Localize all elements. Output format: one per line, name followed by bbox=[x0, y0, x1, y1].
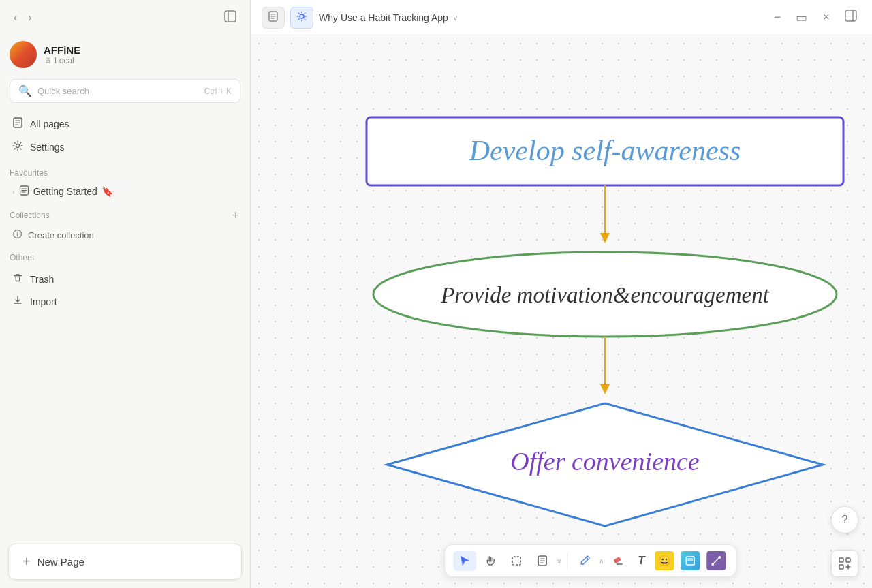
svg-rect-17 bbox=[839, 558, 843, 562]
new-page-button[interactable]: + New Page bbox=[8, 544, 242, 580]
svg-rect-18 bbox=[846, 558, 850, 562]
text-icon: T bbox=[638, 554, 644, 568]
sticker-tool-button[interactable]: 😀 bbox=[653, 549, 676, 572]
workspace-info: AFFiNE 🖥 Local bbox=[44, 44, 80, 65]
getting-started-label: Getting Started bbox=[33, 186, 97, 197]
trash-label: Trash bbox=[30, 274, 54, 285]
bookmark-icon: 🔖 bbox=[102, 186, 113, 197]
close-button[interactable]: × bbox=[818, 7, 834, 27]
info-icon bbox=[12, 229, 22, 241]
collections-section-header: Collections + bbox=[0, 202, 250, 224]
title-chevron-icon: ∨ bbox=[452, 13, 458, 22]
sidebar-item-import[interactable]: Import bbox=[5, 290, 245, 313]
import-label: Import bbox=[30, 296, 57, 307]
header-right: − ▭ × bbox=[770, 7, 861, 28]
pen-chevron-icon: ∧ bbox=[599, 557, 604, 565]
chevron-right-icon: › bbox=[12, 187, 15, 196]
svg-line-24 bbox=[586, 557, 588, 559]
frame-select-button[interactable] bbox=[505, 551, 528, 571]
node2-text: Provide motivation&encouragement bbox=[440, 283, 770, 307]
svg-marker-15 bbox=[600, 384, 610, 394]
sticker-icon: 😀 bbox=[655, 551, 674, 570]
svg-point-3 bbox=[16, 144, 20, 148]
new-page-label: New Page bbox=[37, 556, 84, 568]
doc-icon bbox=[19, 185, 29, 198]
favourites-section-header: Favourites bbox=[0, 161, 250, 181]
doc-title-area: Why Use a Habit Tracking App ∨ bbox=[319, 12, 458, 23]
toolbar-divider-1 bbox=[567, 553, 567, 569]
svg-rect-25 bbox=[613, 557, 621, 563]
node3-text: Offer convenience bbox=[510, 447, 700, 476]
others-label: Others bbox=[10, 253, 34, 262]
note-tool-button[interactable] bbox=[531, 551, 554, 571]
trash-icon bbox=[12, 273, 23, 285]
sidebar-nav: All pages Settings bbox=[0, 110, 250, 161]
others-section-header: Others bbox=[0, 246, 250, 265]
connector-tool-button[interactable] bbox=[705, 549, 728, 572]
search-bar[interactable]: 🔍 Quick search Ctrl + K bbox=[10, 79, 240, 103]
svg-point-7 bbox=[300, 14, 304, 18]
svg-rect-19 bbox=[839, 565, 843, 569]
maximize-button[interactable]: ▭ bbox=[792, 7, 811, 28]
sidebar-item-trash[interactable]: Trash bbox=[5, 268, 245, 290]
eraser-tool-button[interactable] bbox=[606, 551, 629, 571]
search-shortcut: Ctrl + K bbox=[204, 87, 232, 96]
text-tool-button[interactable]: T bbox=[632, 550, 650, 572]
sidebar-item-getting-started[interactable]: › Getting Started 🔖 bbox=[5, 181, 245, 202]
main-header: Why Use a Habit Tracking App ∨ − ▭ × bbox=[251, 0, 872, 35]
workspace-avatar bbox=[10, 41, 37, 68]
svg-rect-27 bbox=[688, 558, 694, 561]
create-collection-label: Create collection bbox=[28, 230, 94, 241]
sidebar-item-settings[interactable]: Settings bbox=[5, 136, 245, 159]
help-button[interactable]: ? bbox=[831, 506, 858, 533]
sidebar: ‹ › AFFiNE 🖥 Local 🔍 Quick search Ctrl +… bbox=[0, 0, 251, 588]
chevron-down-icon: ∨ bbox=[557, 557, 561, 565]
frame-tool-button[interactable] bbox=[679, 549, 702, 572]
sidebar-top-bar: ‹ › bbox=[0, 0, 250, 35]
minimize-button[interactable]: − bbox=[770, 7, 785, 27]
doc-title: Why Use a Habit Tracking App bbox=[319, 12, 448, 23]
settings-icon bbox=[12, 140, 23, 154]
create-collection-item[interactable]: Create collection bbox=[5, 224, 245, 246]
plus-icon: + bbox=[22, 554, 31, 570]
hand-tool-button[interactable] bbox=[479, 551, 502, 571]
favourites-label: Favourites bbox=[10, 168, 48, 178]
header-left: Why Use a Habit Tracking App ∨ bbox=[262, 7, 458, 29]
main-content: Why Use a Habit Tracking App ∨ − ▭ × Dev… bbox=[251, 0, 872, 588]
nav-arrows: ‹ › bbox=[10, 9, 36, 27]
sidebar-item-all-pages[interactable]: All pages bbox=[5, 112, 245, 136]
bottom-toolbar: ∨ ∧ T 😀 bbox=[444, 544, 736, 577]
connector-icon bbox=[707, 551, 726, 570]
select-tool-button[interactable] bbox=[453, 551, 476, 571]
search-placeholder: Quick search bbox=[37, 86, 199, 96]
question-icon: ? bbox=[842, 514, 848, 526]
svg-rect-8 bbox=[845, 10, 856, 21]
canvas-area: Develop self-awareness Provide motivatio… bbox=[251, 35, 872, 588]
monitor-icon: 🖥 bbox=[44, 56, 52, 65]
svg-rect-0 bbox=[225, 11, 236, 22]
workspace-type: 🖥 Local bbox=[44, 56, 80, 65]
frame-icon bbox=[681, 551, 700, 570]
svg-rect-22 bbox=[512, 557, 520, 565]
edgeless-view-button[interactable] bbox=[290, 7, 313, 29]
nav-back-button[interactable]: ‹ bbox=[10, 9, 21, 27]
add-collection-button[interactable]: + bbox=[230, 209, 240, 221]
svg-point-29 bbox=[712, 563, 715, 566]
search-icon: 🔍 bbox=[18, 84, 32, 97]
pen-tool-button[interactable] bbox=[573, 551, 596, 571]
grid-layout-button[interactable] bbox=[831, 550, 858, 577]
panel-toggle-button[interactable] bbox=[841, 7, 861, 28]
collections-label: Collections bbox=[10, 211, 50, 220]
doc-view-button[interactable] bbox=[262, 7, 285, 29]
grid-dots-icon bbox=[838, 557, 852, 570]
all-pages-label: All pages bbox=[30, 119, 69, 129]
nav-forward-button[interactable]: › bbox=[24, 9, 35, 27]
flowchart-svg: Develop self-awareness Provide motivatio… bbox=[251, 35, 872, 588]
workspace-header[interactable]: AFFiNE 🖥 Local bbox=[0, 35, 250, 76]
workspace-name: AFFiNE bbox=[44, 44, 80, 56]
import-icon bbox=[12, 295, 23, 308]
svg-point-28 bbox=[719, 556, 721, 559]
others-section: Trash Import bbox=[0, 265, 250, 315]
pages-icon bbox=[12, 117, 23, 131]
sidebar-toggle-button[interactable] bbox=[220, 7, 240, 29]
